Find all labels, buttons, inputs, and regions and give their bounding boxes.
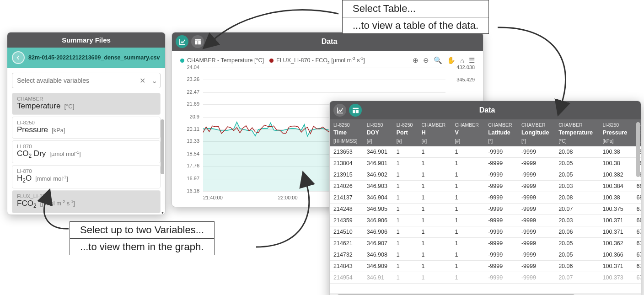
legend-dot-icon [180, 59, 184, 63]
col-unit: [#] [418, 137, 451, 146]
variable-name: Pressure [17, 125, 48, 134]
table-mode-button[interactable] [349, 104, 362, 117]
table-cell: 346.909 [363, 260, 393, 272]
table-cell: 1 [393, 192, 418, 203]
table-cell: -9999 [518, 169, 555, 180]
clear-icon[interactable]: ✕ [136, 76, 148, 85]
variable-unit: [kPa] [52, 127, 65, 134]
chart-icon [178, 38, 186, 46]
table-cell: 20.03 [555, 215, 599, 226]
legend-item[interactable]: FLUX_LI-870 - FCO2 [µmol m-2 s-1] [269, 56, 365, 65]
table-row[interactable]: 214248346.905111-9999-999920.07100.37567… [330, 203, 641, 215]
table-row[interactable]: 214359346.906111-9999-999920.03100.37166… [330, 215, 641, 226]
table-row[interactable]: 214954346.91111-9999-999920.07100.373677… [330, 272, 641, 283]
zoom-select-icon[interactable]: 🔍 [434, 56, 442, 64]
table-cell: 213653 [330, 146, 363, 158]
table-cell: 214621 [330, 237, 363, 249]
chart-legend: CHAMBER - Temperature [°C]FLUX_LI-870 - … [180, 56, 475, 65]
variable-group: LI-8250 [17, 120, 156, 125]
table-cell: 1 [451, 215, 484, 226]
table-cell: 346.906 [363, 226, 393, 237]
scroll-left-icon[interactable]: ◂ [331, 293, 337, 295]
variable-item[interactable]: CHAMBERTemperature[°C] [12, 93, 161, 115]
table-cell: 214843 [330, 260, 363, 272]
chart-icon [336, 107, 344, 114]
table-row[interactable]: 214732346.908111-9999-999920.05100.36667… [330, 249, 641, 260]
scroll-down-icon[interactable]: ▾ [160, 210, 165, 215]
table-mode-button[interactable] [191, 35, 204, 48]
variable-scrollbar[interactable] [161, 92, 164, 212]
table-cell: 1 [393, 180, 418, 192]
variable-item[interactable]: LI-870H2O[mmol mol-1] [12, 165, 161, 188]
table-row[interactable]: 214510346.906111-9999-999920.06100.37167… [330, 226, 641, 237]
table-cell: 1 [418, 260, 451, 272]
pan-icon[interactable]: ✋ [447, 56, 456, 64]
table-panel-title: Data [365, 106, 637, 114]
table-row[interactable]: 213653346.901111-9999-999920.08100.38656… [330, 146, 641, 158]
table-cell: 1 [418, 272, 451, 283]
table-row[interactable]: 214026346.903111-9999-999920.03100.38466… [330, 180, 641, 192]
table-cell: 100.38 [599, 146, 633, 158]
table-h-scrollbar[interactable]: ◂ ▸ [330, 293, 641, 295]
col-group: LI-8250 [599, 119, 633, 128]
table-row[interactable]: 214843346.909111-9999-999920.06100.37167… [330, 260, 641, 272]
table-cell: 1 [451, 146, 484, 158]
table-row[interactable]: 213915346.902111-9999-999920.05100.38266… [330, 169, 641, 180]
home-icon[interactable]: ⌂ [460, 57, 464, 64]
table-row[interactable]: 214621346.907111-9999-999920.05100.36267… [330, 237, 641, 249]
table-cell: -9999 [484, 157, 518, 169]
summary-header: Summary Files [7, 32, 165, 48]
table-cell: 214732 [330, 249, 363, 260]
table-v-scrollbar[interactable] [636, 122, 640, 287]
table-cell: -9999 [484, 192, 518, 203]
x-tick: 21:40:00 [203, 195, 223, 200]
table-cell: 1 [418, 192, 451, 203]
table-cell: 214954 [330, 272, 363, 283]
table-cell: 1 [393, 157, 418, 169]
chart-mode-button[interactable] [333, 104, 346, 117]
back-button[interactable] [12, 51, 25, 64]
table-cell: 20.08 [555, 146, 599, 158]
table-cell: -9999 [484, 215, 518, 226]
variable-item[interactable]: LI-870CO2 Dry[µmol mol-1] [12, 140, 161, 163]
legend-dot-icon [269, 59, 274, 63]
table-cell: 1 [451, 203, 484, 215]
legend-label: CHAMBER - Temperature [°C] [187, 57, 264, 64]
table-cell: 20.06 [555, 226, 599, 237]
variable-item[interactable]: FLUX_LI-870FCO2[µmol m-2 s-1] [12, 190, 161, 213]
table-cell: -9999 [518, 215, 555, 226]
variable-search-input[interactable] [12, 73, 136, 88]
legend-item[interactable]: CHAMBER - Temperature [°C] [180, 57, 264, 64]
table-cell: 100.362 [599, 237, 633, 249]
variable-name: CO2 Dry [17, 149, 46, 159]
col-group: CHAMBER [518, 119, 555, 128]
table-cell: 346.904 [363, 192, 393, 203]
col-name[interactable]: Longitude [518, 128, 555, 137]
table-cell: 20.06 [555, 260, 599, 272]
col-name[interactable]: Pressure [599, 128, 633, 137]
chevron-down-icon[interactable]: ⌄ [148, 76, 160, 85]
col-unit: [HHMMSS] [330, 137, 363, 146]
col-name[interactable]: DOY [363, 128, 393, 137]
variable-search[interactable]: ✕ ⌄ [12, 73, 161, 88]
menu-icon[interactable]: ☰ [469, 56, 475, 64]
file-name[interactable]: 82m-0145-20221212213609_dense_summary.cs… [28, 54, 160, 61]
table-scroll[interactable]: LI-8250LI-8250LI-8250CHAMBERCHAMBERCHAMB… [330, 119, 641, 293]
col-name[interactable]: V [451, 128, 484, 137]
chart-mode-button[interactable] [176, 35, 188, 48]
variable-item[interactable]: LI-8250Pressure[kPa] [12, 117, 161, 139]
col-name[interactable]: Port [393, 128, 418, 137]
table-row[interactable]: 213804346.901111-9999-999920.05100.38660… [330, 157, 641, 169]
zoom-out-icon[interactable]: ⊖ [423, 56, 429, 64]
col-name[interactable]: Latitude [484, 128, 518, 137]
col-name[interactable]: Temperature [555, 128, 599, 137]
col-name[interactable]: Time [330, 128, 363, 137]
table-cell: 20.05 [555, 169, 599, 180]
table-cell: 1 [451, 192, 484, 203]
col-name[interactable]: H [418, 128, 451, 137]
zoom-in-icon[interactable]: ⊕ [413, 56, 419, 64]
table-cell: 213804 [330, 157, 363, 169]
table-row[interactable]: 214137346.904111-9999-999920.08100.38682… [330, 192, 641, 203]
scroll-right-icon[interactable]: ▸ [633, 293, 640, 295]
chart-toolbar: ⊕ ⊖ 🔍 ✋ ⌂ ☰ [413, 56, 475, 64]
